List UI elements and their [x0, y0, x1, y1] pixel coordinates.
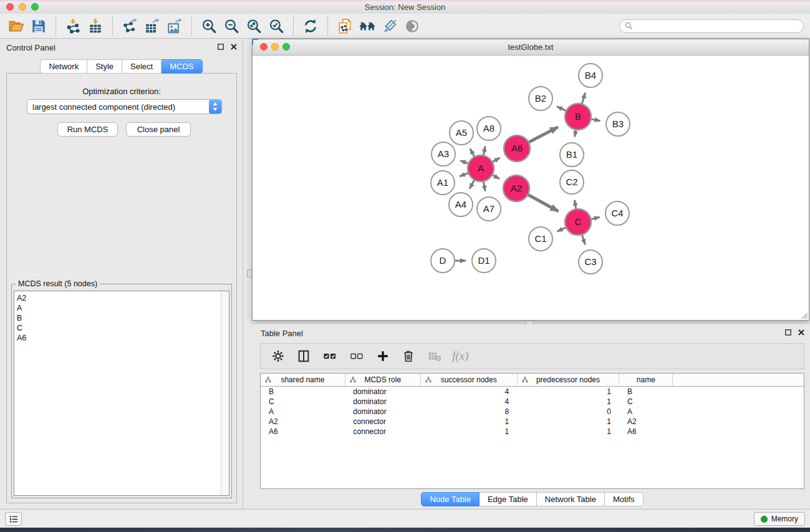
splitter-grip-vertical[interactable]	[247, 269, 252, 278]
node-C2[interactable]: C2	[560, 170, 584, 194]
column-header-shared-name[interactable]: shared name	[261, 374, 345, 387]
network-window-titlebar[interactable]: testGlobe.txt	[253, 39, 809, 56]
edge-A2-C[interactable]	[528, 195, 558, 211]
table-cell[interactable]: A2	[261, 417, 345, 427]
node-A2[interactable]: A2	[503, 175, 529, 201]
table-cell[interactable]: A6	[619, 427, 673, 437]
edge-B-B1[interactable]	[575, 130, 576, 137]
save-session-icon[interactable]	[27, 16, 50, 37]
result-item[interactable]: B	[17, 313, 229, 323]
refresh-icon[interactable]	[299, 16, 322, 37]
network-canvas[interactable]: A5A8A3A1A4A7AA6A2B2B4BB3B1C2C4CC1C3DD1	[253, 55, 809, 321]
import-network-icon[interactable]	[62, 16, 84, 37]
tab-select[interactable]: Select	[122, 59, 162, 74]
tab-network[interactable]: Network	[40, 59, 87, 74]
node-table[interactable]: shared nameMCDS rolesuccessor nodesprede…	[260, 373, 804, 489]
node-D[interactable]: D	[431, 249, 455, 273]
edge-C-C2[interactable]	[574, 200, 576, 210]
select-all-rows-icon[interactable]	[322, 349, 337, 363]
node-D1[interactable]: D1	[472, 249, 496, 273]
show-columns-icon[interactable]	[297, 349, 311, 363]
tab-mcds[interactable]: MCDS	[162, 59, 202, 74]
table-row[interactable]: A2connector11A2	[261, 417, 804, 427]
table-cell[interactable]: B	[261, 387, 345, 397]
table-cell[interactable]: connector	[345, 417, 420, 427]
edge-A-A6[interactable]	[492, 158, 499, 162]
zoom-fit-icon[interactable]	[243, 16, 265, 37]
node-C[interactable]: C	[565, 209, 591, 235]
table-cell[interactable]: 4	[420, 387, 517, 397]
run-mcds-button[interactable]: Run MCDS	[57, 122, 118, 137]
node-A[interactable]: A	[468, 155, 494, 181]
edge-A-A5[interactable]	[470, 148, 475, 157]
table-cell[interactable]: connector	[345, 427, 420, 437]
open-session-icon[interactable]	[5, 16, 27, 37]
table-cell[interactable]: A	[619, 407, 673, 417]
node-C3[interactable]: C3	[579, 250, 602, 274]
node-A8[interactable]: A8	[477, 117, 501, 140]
edge-C-C4[interactable]	[591, 217, 599, 219]
network-from-file-icon[interactable]	[334, 16, 356, 37]
result-item[interactable]: A	[17, 303, 229, 313]
edge-A-A2[interactable]	[492, 175, 499, 179]
table-cell[interactable]: 8	[420, 407, 517, 417]
criterion-select[interactable]: largest connected component (directed)	[27, 99, 222, 114]
column-header-MCDS-role[interactable]: MCDS role	[345, 374, 420, 387]
table-cell[interactable]: A2	[619, 417, 673, 427]
table-cell[interactable]: dominator	[345, 397, 420, 407]
search-field[interactable]	[619, 19, 804, 33]
delete-column-icon[interactable]	[402, 349, 415, 363]
show-panels-button[interactable]	[5, 512, 22, 526]
search-input[interactable]	[636, 21, 798, 31]
edge-A-A4[interactable]	[470, 180, 475, 188]
float-panel-icon[interactable]	[784, 329, 792, 336]
edge-B-B2[interactable]	[557, 107, 566, 111]
edge-A-A7[interactable]	[483, 181, 485, 191]
table-cell[interactable]: 1	[517, 427, 619, 437]
export-network-icon[interactable]	[118, 16, 141, 37]
hide-graphics-details-icon[interactable]	[378, 16, 401, 37]
tab-node-table[interactable]: Node Table	[421, 492, 480, 506]
table-cell[interactable]: C	[261, 397, 345, 407]
table-cell[interactable]: 0	[517, 407, 619, 417]
show-graphics-details-icon[interactable]	[401, 16, 423, 37]
node-B1[interactable]: B1	[560, 143, 584, 167]
result-item[interactable]: A2	[17, 293, 229, 303]
add-column-icon[interactable]	[376, 349, 390, 363]
edge-C-C3[interactable]	[582, 235, 585, 244]
table-cell[interactable]: C	[619, 397, 673, 407]
node-C1[interactable]: C1	[529, 227, 552, 251]
table-cell[interactable]: dominator	[345, 387, 420, 397]
table-options-icon[interactable]	[271, 349, 285, 363]
node-C4[interactable]: C4	[605, 201, 629, 225]
edge-A-A8[interactable]	[483, 146, 485, 155]
edge-A6-B[interactable]	[529, 127, 558, 143]
table-cell[interactable]: 1	[517, 417, 619, 427]
table-cell[interactable]: 4	[420, 397, 517, 407]
resize-grip-icon[interactable]	[799, 311, 808, 319]
close-panel-button[interactable]: Close panel	[126, 122, 191, 137]
node-B3[interactable]: B3	[606, 112, 630, 136]
home-view-icon[interactable]	[356, 16, 378, 37]
table-row[interactable]: Adominator80A	[261, 407, 804, 417]
memory-button[interactable]: Memory	[754, 512, 805, 526]
tab-motifs[interactable]: Motifs	[605, 492, 644, 506]
table-cell[interactable]: A	[261, 407, 345, 417]
node-B[interactable]: B	[565, 104, 591, 130]
node-A4[interactable]: A4	[449, 193, 473, 216]
import-table-icon[interactable]	[84, 16, 107, 37]
table-row[interactable]: A6connector11A6	[261, 427, 804, 437]
zoom-selected-icon[interactable]	[265, 16, 287, 37]
tab-network-table[interactable]: Network Table	[537, 492, 605, 506]
tab-style[interactable]: Style	[87, 59, 122, 74]
edge-C-C1[interactable]	[557, 228, 566, 231]
edge-B-B4[interactable]	[582, 93, 585, 104]
result-item[interactable]: A6	[17, 333, 229, 343]
column-header-name[interactable]: name	[619, 374, 673, 387]
export-image-icon[interactable]	[163, 16, 186, 37]
table-cell[interactable]: 1	[517, 397, 619, 407]
zoom-out-icon[interactable]	[220, 16, 243, 37]
node-A1[interactable]: A1	[431, 171, 455, 195]
node-A6[interactable]: A6	[504, 135, 530, 162]
result-list-scrollbar[interactable]	[221, 291, 229, 495]
